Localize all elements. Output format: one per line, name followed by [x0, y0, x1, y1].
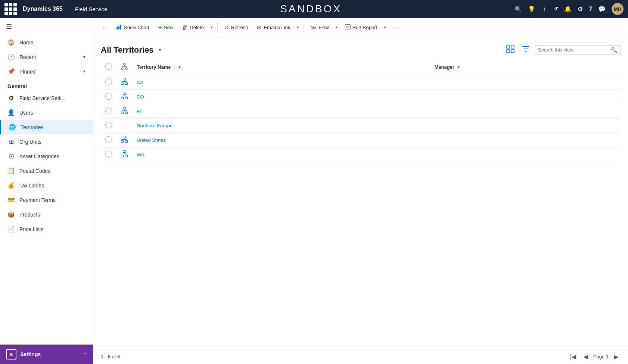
toolbar: ← Show Chart + New 🗑 Delete: [93, 18, 628, 37]
row-name-2[interactable]: FL: [132, 104, 430, 119]
manager-sort-icon[interactable]: ▾: [457, 65, 460, 69]
module-name[interactable]: Field Service: [75, 6, 108, 12]
row-checkbox-3[interactable]: [101, 119, 116, 133]
sidebar-item-home[interactable]: 🏠 Home: [0, 35, 93, 50]
svg-rect-10: [123, 63, 125, 65]
filter-icon[interactable]: ⧩: [553, 6, 558, 12]
sort-asc-icon[interactable]: ↑: [174, 65, 176, 69]
run-report-dropdown-icon[interactable]: ▾: [382, 23, 388, 32]
svg-rect-17: [123, 78, 126, 80]
header-checkbox[interactable]: [105, 63, 112, 70]
lightbulb-icon[interactable]: 💡: [528, 6, 535, 13]
territory-link-5[interactable]: WA: [137, 152, 144, 158]
row-check-circle-0[interactable]: [105, 78, 112, 85]
table-header-row: Territory Name ↑ ▾ Manager ▾: [101, 59, 621, 75]
sidebar-item-postal-codes[interactable]: 📋 Postal Codes: [0, 164, 93, 178]
settings-icon[interactable]: ⚙: [578, 6, 583, 13]
email-link-button[interactable]: ✉ Email a Link: [253, 22, 294, 33]
row-check-circle-4[interactable]: [105, 136, 112, 143]
sidebar-item-field-service-settings[interactable]: ⚙ Field Service Setti...: [0, 91, 93, 105]
row-name-5[interactable]: WA: [132, 147, 430, 162]
row-checkbox-5[interactable]: [101, 147, 116, 162]
territory-link-4[interactable]: United States: [137, 137, 166, 143]
hamburger-icon[interactable]: ☰: [0, 18, 93, 35]
manager-column-header[interactable]: Manager ▾: [430, 59, 621, 75]
first-page-button[interactable]: |◀: [568, 352, 578, 361]
delete-dropdown-icon[interactable]: ▾: [209, 23, 214, 32]
sidebar-label-tax-codes: Tax Codes: [19, 183, 44, 189]
refresh-label: Refresh: [231, 25, 248, 30]
sidebar-item-tax-codes[interactable]: 💰 Tax Codes: [0, 178, 93, 193]
icon-column-header: [116, 59, 132, 75]
sidebar-item-org-units[interactable]: ⊞ Org Units: [0, 134, 93, 149]
next-page-button[interactable]: ▶: [612, 352, 621, 361]
sidebar-item-asset-categories[interactable]: ⊡ Asset Categories: [0, 149, 93, 164]
search-icon[interactable]: 🔍: [514, 6, 522, 13]
apps-grid-icon[interactable]: [4, 3, 17, 15]
row-name-4[interactable]: United States: [132, 133, 430, 147]
table-row: CO: [101, 90, 621, 104]
help-icon[interactable]: ?: [589, 6, 592, 12]
svg-rect-1: [118, 26, 119, 29]
territory-link-1[interactable]: CO: [137, 94, 144, 100]
svg-rect-47: [125, 155, 128, 157]
brand-name[interactable]: Dynamics 365: [23, 6, 63, 12]
row-checkbox-4[interactable]: [101, 133, 116, 147]
pagination: |◀ ◀ Page 1 ▶: [568, 352, 621, 361]
row-check-circle-5[interactable]: [105, 151, 112, 158]
delete-button[interactable]: 🗑 Delete: [178, 22, 208, 33]
refresh-button[interactable]: ↺ Refresh: [221, 22, 252, 33]
territory-link-2[interactable]: FL: [137, 109, 142, 114]
user-avatar[interactable]: MH: [612, 3, 624, 15]
row-checkbox-2[interactable]: [101, 104, 116, 119]
view-title-chevron-icon[interactable]: ▾: [159, 47, 161, 53]
row-name-3[interactable]: Northern Europe: [132, 119, 430, 133]
sidebar-item-payment-terms[interactable]: 💳 Payment Terms: [0, 193, 93, 207]
email-dropdown-icon[interactable]: ▾: [295, 23, 301, 32]
flow-button[interactable]: ≫ Flow: [307, 22, 332, 33]
sidebar-item-pinned[interactable]: 📌 Pinned ▾: [0, 64, 93, 79]
flow-dropdown-icon[interactable]: ▾: [334, 23, 339, 32]
row-name-0[interactable]: CA: [132, 75, 430, 90]
bell-icon[interactable]: 🔔: [564, 6, 572, 13]
back-button[interactable]: ←: [98, 22, 111, 33]
filter-view-button[interactable]: [520, 44, 532, 56]
sort-desc-icon[interactable]: ▾: [178, 65, 181, 69]
svg-rect-9: [511, 50, 514, 53]
search-input[interactable]: [538, 47, 609, 53]
new-label: New: [164, 25, 173, 30]
new-button[interactable]: + New: [155, 22, 177, 33]
toolbar-separator-1: [217, 22, 218, 33]
row-manager-3: [430, 119, 621, 133]
row-icon-cell-2: [116, 104, 132, 119]
sidebar-item-recent[interactable]: 🕐 Recent ▾: [0, 50, 93, 64]
row-check-circle-3[interactable]: [105, 122, 112, 128]
run-report-button[interactable]: Run Report: [341, 22, 381, 33]
territory-name-column-header[interactable]: Territory Name ↑ ▾: [132, 59, 430, 75]
prev-page-button[interactable]: ◀: [581, 352, 590, 361]
row-checkbox-1[interactable]: [101, 90, 116, 104]
user-icon: 👤: [7, 109, 15, 116]
chat-icon[interactable]: 💬: [598, 6, 606, 13]
territory-link-0[interactable]: CA: [137, 80, 143, 85]
view-toggle-button[interactable]: [504, 43, 517, 56]
row-check-circle-2[interactable]: [105, 108, 112, 114]
row-name-1[interactable]: CO: [132, 90, 430, 104]
row-checkbox-0[interactable]: [101, 75, 116, 90]
sidebar-recent-label: Recent: [19, 54, 36, 60]
top-nav: Dynamics 365 Field Service SANDBOX 🔍 💡 ＋…: [0, 0, 628, 18]
more-options-icon[interactable]: ⋯: [391, 22, 403, 33]
delete-icon: 🗑: [182, 24, 188, 31]
show-chart-button[interactable]: Show Chart: [112, 22, 153, 33]
sidebar-item-products[interactable]: 📦 Products: [0, 207, 93, 222]
plus-icon[interactable]: ＋: [541, 5, 547, 13]
sidebar-item-users[interactable]: 👤 Users: [0, 105, 93, 120]
sidebar-settings-bottom[interactable]: S Settings ⌃: [0, 344, 93, 364]
row-check-circle-1[interactable]: [105, 93, 112, 100]
sidebar-item-territories[interactable]: 🌐 Territories: [0, 120, 93, 134]
select-all-checkbox[interactable]: [101, 59, 116, 75]
sidebar-item-price-lists[interactable]: 📄 Price Lists: [0, 222, 93, 236]
territory-link-3[interactable]: Northern Europe: [137, 123, 172, 128]
search-box-icon[interactable]: 🔍: [611, 47, 617, 53]
view-header-actions: 🔍: [504, 43, 621, 56]
